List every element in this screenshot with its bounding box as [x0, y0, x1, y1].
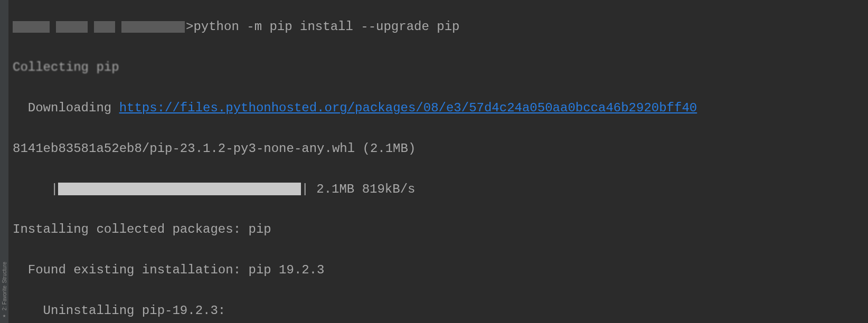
structure-tab-label[interactable]: Structure [2, 262, 7, 283]
redacted-segment [121, 21, 185, 33]
prompt-arrow: > [186, 20, 193, 34]
bar-delimiter: | [51, 182, 58, 196]
progress-bar [58, 183, 301, 195]
ide-left-gutter: Structure 2: Favorite ★ [0, 0, 8, 323]
download-url-link[interactable]: https://files.pythonhosted.org/packages/… [119, 101, 697, 115]
progress-line: || 2.1MB 819kB/s [13, 179, 868, 200]
redacted-segment [13, 21, 50, 33]
bar-delimiter: | [301, 182, 308, 196]
terminal-output[interactable]: >python -m pip install --upgrade pip Col… [8, 0, 868, 323]
output-line: Installing collected packages: pip [13, 220, 868, 240]
output-line: Collecting pip [13, 58, 868, 78]
output-line: Found existing installation: pip 19.2.3 [13, 260, 868, 280]
command-text: python -m pip install --upgrade pip [193, 20, 459, 34]
prompt-line-1: >python -m pip install --upgrade pip [13, 17, 868, 37]
output-line: Uninstalling pip-19.2.3: [13, 301, 868, 321]
redacted-segment [56, 21, 88, 33]
download-prefix: Downloading [13, 101, 119, 115]
redacted-segment [94, 21, 115, 33]
progress-stats: 2.1MB 819kB/s [309, 182, 416, 196]
output-line: 8141eb83581a52eb8/pip-23.1.2-py3-none-an… [13, 139, 868, 159]
star-icon: ★ [3, 312, 6, 319]
indent [13, 182, 51, 196]
output-line: Downloading https://files.pythonhosted.o… [13, 98, 868, 118]
favorite-tab-label[interactable]: 2: Favorite [2, 286, 7, 310]
